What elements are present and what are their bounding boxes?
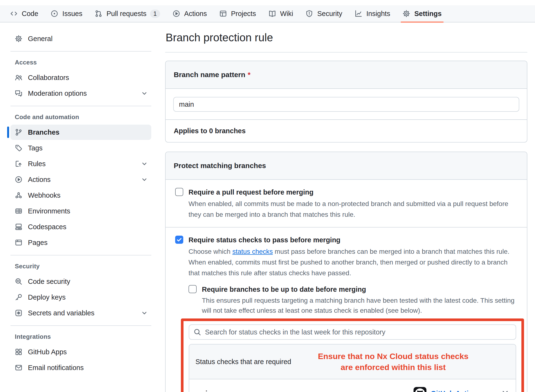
require-up-to-date-description: This ensures pull requests targeting a m… bbox=[202, 296, 517, 316]
sidebar-item-rules[interactable]: Rules bbox=[10, 156, 151, 171]
sidebar-item-github-apps[interactable]: GitHub Apps bbox=[10, 344, 151, 360]
tag-icon bbox=[15, 144, 22, 152]
remove-status-check-icon[interactable] bbox=[501, 389, 509, 392]
tab-label: Actions bbox=[184, 10, 207, 18]
required-status-checks-box: Status checks that are required Ensure t… bbox=[189, 344, 516, 392]
gear-icon bbox=[403, 10, 410, 17]
settings-sidebar: General Access Collaborators Moderation … bbox=[0, 22, 158, 376]
sidebar-section-code-automation: Code and automation bbox=[7, 111, 151, 124]
require-status-checks-option-row: Require status checks to pass before mer… bbox=[166, 227, 527, 392]
server-icon bbox=[15, 207, 22, 215]
github-mark-icon bbox=[414, 387, 426, 392]
people-icon bbox=[15, 74, 22, 81]
chevron-down-icon bbox=[141, 309, 148, 317]
caret-down-icon[interactable] bbox=[486, 390, 494, 392]
code-icon bbox=[10, 10, 18, 17]
tab-actions[interactable]: Actions bbox=[169, 5, 211, 22]
apps-icon bbox=[15, 348, 22, 356]
sidebar-item-webhooks[interactable]: Webhooks bbox=[10, 188, 151, 203]
github-actions-link[interactable]: GitHub Actions bbox=[431, 390, 481, 392]
tab-issues[interactable]: Issues bbox=[47, 5, 86, 22]
sidebar-divider bbox=[10, 325, 151, 326]
status-checks-required-label: Status checks that are required bbox=[195, 358, 291, 366]
sidebar-item-label: Codespaces bbox=[28, 223, 66, 231]
status-check-search-input[interactable] bbox=[189, 324, 516, 340]
tab-label: Projects bbox=[231, 10, 256, 18]
sidebar-item-moderation-options[interactable]: Moderation options bbox=[10, 86, 151, 101]
gear-icon bbox=[15, 35, 22, 42]
nx-cloud-annotation: Ensure that no Nx Cloud status checks ar… bbox=[291, 351, 509, 373]
branch-name-pattern-card: Branch name pattern* Applies to 0 branch… bbox=[165, 61, 527, 143]
sidebar-section-integrations: Integrations bbox=[7, 330, 151, 344]
sidebar-item-actions[interactable]: Actions bbox=[10, 172, 151, 187]
sidebar-item-label: Moderation options bbox=[28, 90, 87, 97]
tab-wiki[interactable]: Wiki bbox=[265, 5, 297, 22]
branch-name-pattern-input[interactable] bbox=[173, 97, 519, 112]
tab-label: Pull requests bbox=[106, 10, 147, 18]
tab-security[interactable]: Security bbox=[302, 5, 346, 22]
require-status-checks-description: Choose which status checks must pass bef… bbox=[189, 246, 517, 278]
play-icon bbox=[173, 10, 180, 17]
sidebar-item-deploy-keys[interactable]: Deploy keys bbox=[10, 290, 151, 305]
branch-name-pattern-label: Branch name pattern bbox=[174, 71, 245, 79]
tab-label: Issues bbox=[62, 10, 82, 18]
status-checks-link[interactable]: status checks bbox=[232, 248, 273, 255]
graph-icon bbox=[355, 10, 362, 17]
require-pr-option-row: Require a pull request before merging Wh… bbox=[166, 180, 527, 227]
sidebar-item-label: Code security bbox=[28, 278, 70, 286]
pull-requests-count-badge: 1 bbox=[150, 10, 160, 18]
annotation-highlight-box: Status checks that are required Ensure t… bbox=[181, 318, 524, 392]
sidebar-divider bbox=[10, 106, 151, 106]
sidebar-item-label: Environments bbox=[28, 207, 70, 215]
shield-icon bbox=[305, 10, 313, 17]
github-settings-page: Code Issues Pull requests 1 Actions Proj… bbox=[0, 0, 535, 392]
sidebar-item-label: General bbox=[28, 35, 52, 43]
annotation-line-1: Ensure that no Nx Cloud status checks bbox=[318, 352, 468, 361]
require-pr-checkbox[interactable] bbox=[175, 188, 183, 196]
main-content: Branch protection rule Branch name patte… bbox=[158, 22, 535, 392]
sidebar-item-email-notifications[interactable]: Email notifications bbox=[10, 360, 151, 375]
top-nav-wrap: Code Issues Pull requests 1 Actions Proj… bbox=[0, 0, 535, 22]
annotation-line-2: are enforced within this list bbox=[341, 363, 446, 372]
mail-icon bbox=[15, 364, 22, 371]
sidebar-item-general[interactable]: General bbox=[10, 31, 151, 46]
required-asterisk: * bbox=[248, 71, 251, 79]
tab-label: Settings bbox=[414, 10, 441, 18]
tab-insights[interactable]: Insights bbox=[351, 5, 394, 22]
sidebar-item-secrets-variables[interactable]: Secrets and variables bbox=[10, 305, 151, 321]
tab-label: Security bbox=[317, 10, 342, 18]
sidebar-item-label: Webhooks bbox=[28, 191, 61, 199]
check-icon bbox=[176, 237, 182, 243]
comment-discussion-icon bbox=[15, 90, 22, 97]
sidebar-item-tags[interactable]: Tags bbox=[10, 140, 151, 156]
play-icon bbox=[15, 176, 22, 183]
sidebar-item-environments[interactable]: Environments bbox=[10, 203, 151, 219]
git-pull-request-icon bbox=[95, 10, 102, 17]
key-icon bbox=[15, 293, 22, 301]
title-divider bbox=[165, 52, 527, 53]
tab-settings[interactable]: Settings bbox=[399, 5, 445, 22]
sidebar-item-label: Rules bbox=[28, 160, 46, 168]
repo-tab-nav: Code Issues Pull requests 1 Actions Proj… bbox=[0, 5, 535, 22]
git-branch-icon bbox=[15, 128, 22, 136]
sidebar-item-label: GitHub Apps bbox=[28, 348, 67, 356]
sidebar-item-label: Tags bbox=[28, 144, 42, 152]
sidebar-item-pages[interactable]: Pages bbox=[10, 235, 151, 250]
sidebar-item-label: Collaborators bbox=[28, 74, 69, 82]
sidebar-item-branches[interactable]: Branches bbox=[10, 125, 151, 140]
tab-projects[interactable]: Projects bbox=[215, 5, 260, 22]
sidebar-item-collaborators[interactable]: Collaborators bbox=[10, 70, 151, 85]
table-icon bbox=[219, 10, 227, 17]
sidebar-item-code-security[interactable]: Code security bbox=[10, 274, 151, 289]
tab-pull-requests[interactable]: Pull requests 1 bbox=[91, 5, 164, 22]
require-up-to-date-checkbox[interactable] bbox=[189, 285, 197, 293]
branch-name-input-row bbox=[166, 89, 527, 119]
sidebar-divider bbox=[10, 51, 151, 52]
status-check-name: main bbox=[195, 390, 212, 392]
sidebar-item-label: Secrets and variables bbox=[28, 309, 94, 317]
tab-code[interactable]: Code bbox=[6, 5, 42, 22]
rules-icon bbox=[15, 160, 22, 168]
chevron-down-icon bbox=[141, 90, 148, 97]
require-status-checks-checkbox[interactable] bbox=[175, 236, 183, 244]
sidebar-item-codespaces[interactable]: Codespaces bbox=[10, 219, 151, 234]
